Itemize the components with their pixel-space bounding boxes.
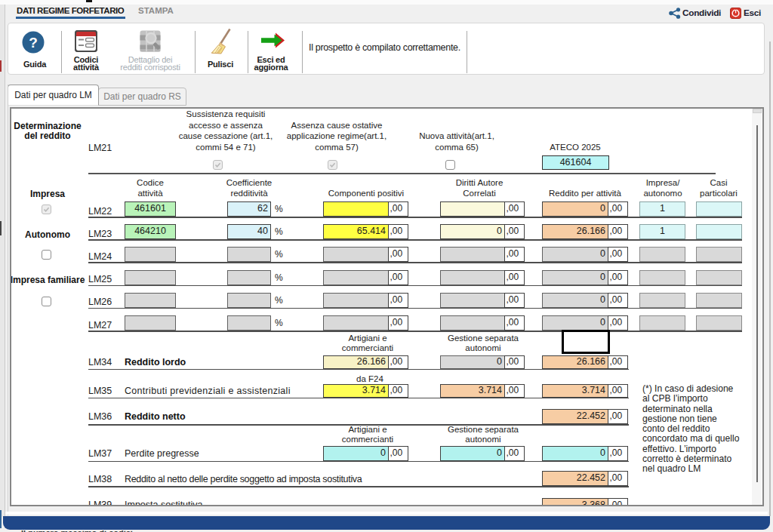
svg-text:?: ? [29,35,38,51]
